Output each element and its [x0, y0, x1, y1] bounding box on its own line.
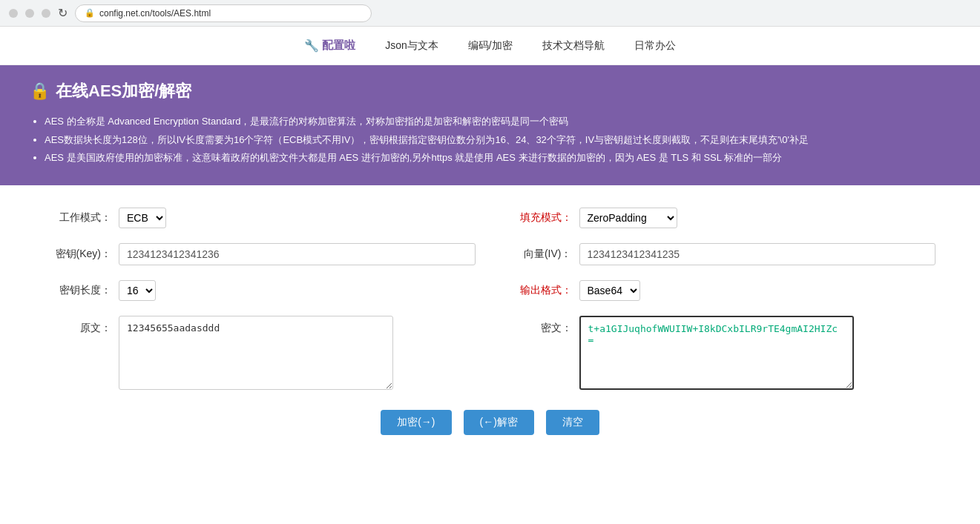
desc-item-2: AES数据块长度为128位，所以IV长度需要为16个字符（ECB模式不用IV），… [45, 131, 950, 150]
lock-icon: 🔒 [85, 8, 95, 18]
decrypt-button[interactable]: (←)解密 [464, 410, 534, 435]
nav-logo[interactable]: 🔧 配置啦 [304, 39, 355, 53]
col-output-format: 输出格式： Base64 Hex [505, 280, 936, 301]
nav-link-office[interactable]: 日常办公 [634, 39, 676, 53]
col-padding-mode: 填充模式： ZeroPadding PKCS5Padding PKCS7Padd… [505, 208, 936, 228]
ciphertext-wrapper: t+a1GIJuqhofWWUIIW+I8kDCxbILR9rTE4gmAI2H… [579, 316, 936, 392]
title-icon: 🔒 [30, 82, 50, 101]
key-input[interactable] [119, 243, 476, 265]
description-list: AES 的全称是 Advanced Encryption Standard，是最… [30, 113, 950, 168]
nav-link-encode[interactable]: 编码/加密 [468, 39, 513, 53]
page-title: 🔒 在线AES加密/解密 [30, 80, 950, 102]
row-key-iv: 密钥(Key)： 向量(IV)： [45, 243, 935, 265]
clear-button[interactable]: 清空 [546, 410, 599, 435]
iv-label: 向量(IV)： [505, 248, 572, 261]
ciphertext-textarea[interactable]: t+a1GIJuqhofWWUIIW+I8kDCxbILR9rTE4gmAI2H… [579, 316, 854, 390]
browser-btn-2 [25, 9, 34, 18]
col-plaintext: 原文： 12345655aadasddd [45, 316, 476, 392]
output-format-select[interactable]: Base64 Hex [579, 280, 640, 301]
browser-bar: ↻ 🔒 config.net.cn/tools/AES.html [0, 0, 980, 27]
ciphertext-label: 密文： [505, 322, 572, 335]
plaintext-textarea[interactable]: 12345655aadasddd [119, 316, 393, 390]
key-label: 密钥(Key)： [45, 248, 111, 261]
nav-logo-text: 配置啦 [322, 39, 355, 53]
browser-btn-1 [9, 9, 18, 18]
button-row: 加密(→) (←)解密 清空 [45, 410, 935, 435]
col-ciphertext: 密文： t+a1GIJuqhofWWUIIW+I8kDCxbILR9rTE4gm… [505, 316, 936, 392]
nav-link-docs[interactable]: 技术文档导航 [542, 39, 605, 53]
col-work-mode: 工作模式： ECB CBC CFB OFB CTR [45, 208, 476, 228]
url-text: config.net.cn/tools/AES.html [99, 8, 211, 19]
work-mode-label: 工作模式： [45, 211, 111, 225]
desc-item-3: AES 是美国政府使用的加密标准，这意味着政府的机密文件大都是用 AES 进行加… [45, 149, 950, 168]
plaintext-wrapper: 12345655aadasddd [119, 316, 476, 392]
output-format-label: 输出格式： [505, 284, 572, 297]
padding-mode-select[interactable]: ZeroPadding PKCS5Padding PKCS7Padding No… [579, 208, 677, 228]
row-text-areas: 原文： 12345655aadasddd 密文： t+a1GIJuqhofWWU… [45, 316, 935, 392]
col-iv: 向量(IV)： [505, 243, 936, 265]
col-key: 密钥(Key)： [45, 243, 476, 265]
main-content: 工作模式： ECB CBC CFB OFB CTR 填充模式： ZeroPadd… [0, 185, 980, 457]
plaintext-label: 原文： [45, 322, 111, 335]
encrypt-button[interactable]: 加密(→) [381, 410, 451, 435]
col-key-length: 密钥长度： 16 24 32 [45, 280, 476, 301]
nav-link-json[interactable]: Json与文本 [385, 39, 438, 53]
nav-bar: 🔧 配置啦 Json与文本 编码/加密 技术文档导航 日常办公 [0, 27, 980, 65]
header-banner: 🔒 在线AES加密/解密 AES 的全称是 Advanced Encryptio… [0, 65, 980, 185]
browser-btn-3 [42, 9, 50, 18]
work-mode-select[interactable]: ECB CBC CFB OFB CTR [119, 208, 166, 228]
row-modes: 工作模式： ECB CBC CFB OFB CTR 填充模式： ZeroPadd… [45, 208, 935, 228]
padding-mode-label: 填充模式： [505, 211, 572, 225]
key-length-select[interactable]: 16 24 32 [119, 280, 156, 301]
browser-url-bar: 🔒 config.net.cn/tools/AES.html [75, 4, 372, 22]
desc-item-1: AES 的全称是 Advanced Encryption Standard，是最… [45, 113, 950, 131]
row-key-length-output: 密钥长度： 16 24 32 输出格式： Base64 Hex [45, 280, 935, 301]
nav-logo-icon: 🔧 [304, 39, 319, 53]
key-length-label: 密钥长度： [45, 284, 111, 297]
browser-reload[interactable]: ↻ [58, 6, 68, 20]
iv-input[interactable] [579, 243, 936, 265]
